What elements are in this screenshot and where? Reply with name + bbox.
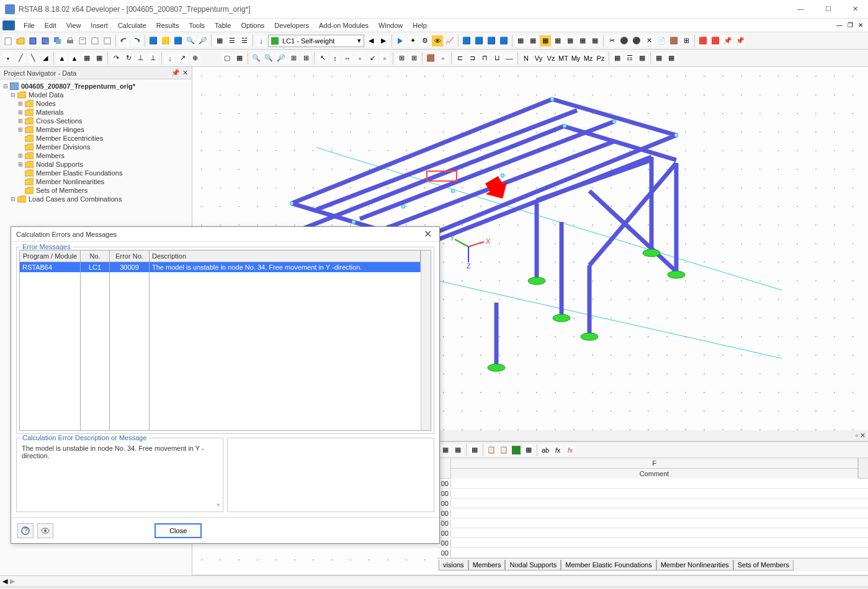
- menu-insert[interactable]: Insert: [86, 20, 113, 30]
- tab-sets-members[interactable]: Sets of Members: [733, 560, 794, 570]
- tool-icon[interactable]: 🔍: [251, 53, 262, 64]
- menu-tools[interactable]: Tools: [184, 20, 210, 30]
- eye-icon[interactable]: 👁: [432, 35, 443, 46]
- tool-icon[interactable]: ↙: [367, 53, 378, 64]
- tool-icon[interactable]: ⊥: [135, 53, 146, 64]
- tool-icon[interactable]: ▦: [214, 35, 225, 46]
- tab-elastic-foundations[interactable]: Member Elastic Foundations: [561, 560, 656, 570]
- tool-icon[interactable]: ↖: [317, 53, 328, 64]
- col-program[interactable]: Program / Module: [20, 250, 81, 262]
- open-icon[interactable]: [15, 35, 26, 46]
- view-button[interactable]: [37, 523, 53, 538]
- fx-clear-icon[interactable]: fx: [565, 445, 576, 456]
- nav-right-icon[interactable]: ▶: [10, 577, 15, 585]
- tree-member-div[interactable]: Member Divisions: [36, 143, 90, 151]
- menu-edit[interactable]: Edit: [40, 20, 61, 30]
- tree-model-data[interactable]: Model Data: [29, 91, 63, 99]
- tool-icon[interactable]: ◢: [40, 53, 51, 64]
- pin-icon[interactable]: 📌: [171, 69, 180, 77]
- close-button[interactable]: ✕: [848, 2, 863, 16]
- node-icon[interactable]: •: [2, 53, 14, 64]
- save-all-icon[interactable]: [52, 35, 63, 46]
- tool-icon[interactable]: 📈: [444, 35, 455, 46]
- menu-addon[interactable]: Add-on Modules: [314, 20, 374, 30]
- table-tool-icon[interactable]: ▦: [452, 445, 463, 456]
- load-case-combo[interactable]: LC1 - Self-weight ▾: [268, 35, 364, 47]
- tool-icon[interactable]: 🟦: [148, 35, 159, 46]
- tool-icon[interactable]: ⊕: [189, 53, 200, 64]
- tool-icon[interactable]: ↔: [342, 53, 353, 64]
- maximize-button[interactable]: ☐: [820, 2, 836, 16]
- menu-file[interactable]: File: [19, 20, 40, 30]
- table-tool-icon[interactable]: 📋: [498, 445, 509, 456]
- tool-icon[interactable]: ☶: [624, 53, 635, 64]
- tool-icon[interactable]: ↓: [164, 53, 176, 64]
- tree-nodes[interactable]: Nodes: [36, 100, 56, 107]
- member-icon[interactable]: ╱: [15, 53, 26, 64]
- table-tool-icon[interactable]: ▦: [469, 445, 480, 456]
- run-icon[interactable]: [395, 35, 406, 46]
- mdi-restore-button[interactable]: ❐: [845, 22, 856, 29]
- tool-icon[interactable]: ⚫: [631, 35, 642, 46]
- col-no[interactable]: No.: [81, 250, 110, 262]
- tool-icon[interactable]: 🔎: [275, 53, 287, 64]
- tool-icon[interactable]: ▫: [379, 53, 390, 64]
- tool-icon[interactable]: ⊞: [288, 53, 299, 64]
- tool-icon[interactable]: ▦: [565, 35, 576, 46]
- tool-icon[interactable]: ⊞: [681, 35, 692, 46]
- tree-lcc[interactable]: Load Cases and Combinations: [29, 195, 122, 203]
- tree-member-hinges[interactable]: Member Hinges: [36, 126, 84, 133]
- menu-results[interactable]: Results: [151, 20, 184, 30]
- tool-icon[interactable]: ▦: [527, 35, 539, 46]
- error-table[interactable]: Program / Module No. Error No. Descripti…: [19, 250, 431, 431]
- tool-icon[interactable]: —: [504, 53, 515, 64]
- print-icon[interactable]: [65, 35, 76, 46]
- tool-icon[interactable]: 🟨: [160, 35, 171, 46]
- excel-icon[interactable]: [511, 445, 522, 456]
- table-tool-icon[interactable]: 📋: [486, 445, 497, 456]
- tree-materials[interactable]: Materials: [36, 108, 64, 116]
- tool-icon[interactable]: ▦: [81, 53, 92, 64]
- table-scrollbar[interactable]: [421, 250, 431, 430]
- tool-icon[interactable]: 🟫: [425, 53, 436, 64]
- tool-icon[interactable]: ✂: [606, 35, 617, 46]
- dialog-close-icon[interactable]: ✕: [421, 228, 434, 240]
- dropdown-icon[interactable]: ▾: [217, 501, 220, 509]
- tool-icon[interactable]: ✦: [407, 35, 418, 46]
- help-button[interactable]: ?: [17, 523, 34, 538]
- col-header-comment[interactable]: Comment: [451, 469, 858, 479]
- tree-nodal-supports[interactable]: Nodal Supports: [36, 161, 83, 168]
- tool-icon[interactable]: ▫: [437, 53, 449, 64]
- document-icon[interactable]: [89, 35, 101, 46]
- tool-icon[interactable]: ⊓: [479, 53, 490, 64]
- mdi-close-button[interactable]: ✕: [856, 22, 866, 29]
- tree-member-nonlin[interactable]: Member Nonlinearities: [36, 178, 104, 185]
- tool-icon[interactable]: ▲: [69, 53, 80, 64]
- tool-icon[interactable]: Vz: [545, 53, 557, 64]
- tool-icon[interactable]: ✕: [643, 35, 655, 46]
- tool-icon[interactable]: ⊞: [396, 53, 407, 64]
- nav-left-icon[interactable]: ◀: [2, 577, 7, 585]
- tab-nodal-supports[interactable]: Nodal Supports: [505, 560, 561, 570]
- tool-icon[interactable]: ↕: [329, 53, 341, 64]
- tool-icon[interactable]: ▦: [577, 35, 588, 46]
- table-grid[interactable]: 00 00 00 00 00 00 00 00: [437, 479, 868, 558]
- tool-icon[interactable]: Vy: [533, 53, 544, 64]
- tool-icon[interactable]: MT: [558, 53, 569, 64]
- menu-developers[interactable]: Developers: [269, 20, 314, 30]
- tool-icon[interactable]: ☱: [239, 35, 250, 46]
- tool-icon[interactable]: ▦: [234, 53, 245, 64]
- tool-icon[interactable]: 🔍: [185, 35, 196, 46]
- tool-icon[interactable]: ╲: [27, 53, 38, 64]
- menu-window[interactable]: Window: [374, 20, 408, 30]
- tool-icon[interactable]: ▲: [56, 53, 68, 64]
- tool-icon[interactable]: My: [570, 53, 581, 64]
- tool-icon[interactable]: ↷: [110, 53, 122, 64]
- tab-members[interactable]: Members: [468, 560, 506, 570]
- table-tool-icon[interactable]: ab: [540, 445, 551, 456]
- report-icon[interactable]: [77, 35, 88, 46]
- tool-icon[interactable]: 🔍: [263, 53, 274, 64]
- panel-close-icon[interactable]: ✕: [182, 69, 188, 77]
- save-icon[interactable]: [27, 35, 38, 46]
- tool-icon[interactable]: ▦: [653, 53, 664, 64]
